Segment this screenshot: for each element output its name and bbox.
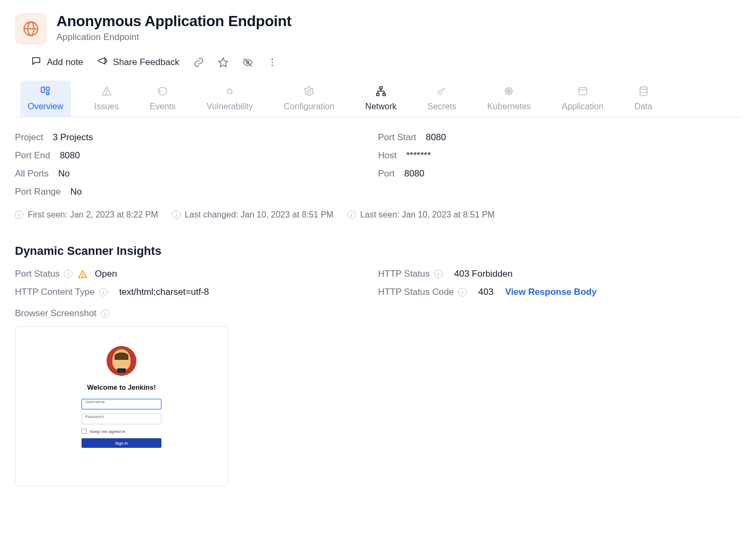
helm-icon (503, 86, 514, 99)
more-vertical-icon[interactable] (267, 57, 278, 68)
port-value: 8080 (404, 168, 425, 179)
note-icon (31, 55, 42, 69)
tab-network[interactable]: Network (358, 81, 404, 117)
tab-configuration-label: Configuration (283, 102, 334, 111)
port-end-value: 8080 (60, 150, 80, 161)
tab-bar: Overview Issues Events Vulnerability Con… (15, 81, 741, 117)
screenshot-username-input: Username (82, 399, 161, 409)
svg-rect-21 (379, 87, 382, 89)
bug-icon (224, 86, 235, 99)
port-start-value: 8080 (426, 132, 446, 143)
svg-rect-31 (579, 87, 587, 94)
star-icon[interactable] (218, 57, 229, 68)
screenshot-password-input: Password (82, 414, 161, 424)
svg-point-13 (106, 93, 107, 94)
info-icon[interactable]: i (434, 270, 443, 278)
link-icon[interactable] (193, 57, 204, 68)
screenshot-welcome-text: Welcome to Jenkins! (87, 383, 156, 391)
share-feedback-button[interactable]: Share Feedback (97, 55, 180, 69)
tab-overview-label: Overview (28, 102, 63, 111)
port-start-label: Port Start (378, 132, 417, 143)
svg-point-20 (308, 90, 311, 93)
http-content-type-value: text/html;charset=utf-8 (119, 287, 209, 297)
http-content-type-label: HTTP Content Type (15, 287, 95, 297)
tab-data-label: Data (635, 102, 653, 111)
svg-line-16 (226, 90, 228, 91)
details-right-column: Port Start8080 Host******* Port8080 (378, 132, 742, 205)
host-value: ******* (406, 150, 430, 161)
tab-issues-label: Issues (94, 102, 119, 111)
application-endpoint-icon (15, 13, 47, 45)
tab-application[interactable]: Application (554, 81, 611, 117)
page-title: Anonymous Application Endpoint (56, 13, 291, 30)
action-bar: Add note Share Feedback (15, 55, 741, 69)
details-left-column: Project3 Projects Port End8080 All Ports… (15, 132, 378, 205)
svg-line-17 (231, 90, 233, 91)
svg-point-11 (46, 92, 49, 95)
project-value: 3 Projects (53, 132, 93, 143)
screenshot-sign-in-button: Sign in (82, 438, 161, 448)
info-icon: i (15, 211, 23, 219)
port-status-value: Open (95, 269, 117, 279)
info-icon: i (172, 211, 181, 219)
eye-off-icon[interactable] (242, 57, 253, 68)
checkbox-icon (82, 429, 87, 434)
first-seen: iFirst seen: Jan 2, 2023 at 8:22 PM (15, 210, 158, 220)
svg-point-8 (271, 65, 273, 66)
tab-overview[interactable]: Overview (20, 81, 71, 117)
port-label: Port (378, 168, 395, 179)
warning-icon (78, 269, 87, 279)
page-subtitle: Application Endpoint (56, 32, 291, 43)
tab-issues[interactable]: Issues (87, 81, 126, 117)
port-end-label: Port End (15, 150, 50, 161)
svg-rect-10 (46, 87, 50, 91)
svg-rect-9 (42, 87, 45, 93)
tab-events-label: Events (150, 102, 176, 111)
tab-secrets[interactable]: Secrets (420, 81, 464, 117)
add-note-label: Add note (47, 57, 83, 68)
host-label: Host (378, 150, 397, 161)
insights-right-column: HTTP Statusi 403 Forbidden HTTP Status C… (378, 269, 742, 486)
project-label: Project (15, 132, 43, 143)
tab-secrets-label: Secrets (427, 102, 456, 111)
browser-screenshot-label: Browser Screenshot (15, 308, 96, 319)
timestamps-row: iFirst seen: Jan 2, 2023 at 8:22 PM iLas… (15, 210, 741, 220)
info-icon: i (347, 211, 356, 219)
port-range-value: No (70, 187, 82, 197)
screenshot-login-form: Username Password Keep me signed in Sign… (82, 399, 161, 448)
overview-icon (40, 86, 51, 99)
tab-vulnerability-label: Vulnerability (207, 102, 253, 111)
insights-left-column: Port Statusi Open HTTP Content Typei tex… (15, 269, 378, 486)
dynamic-scanner-insights-title: Dynamic Scanner Insights (15, 244, 741, 258)
tab-data[interactable]: Data (627, 81, 660, 117)
view-response-body-link[interactable]: View Response Body (505, 287, 597, 297)
details-grid: Project3 Projects Port End8080 All Ports… (15, 132, 741, 205)
svg-rect-23 (383, 93, 385, 95)
info-icon[interactable]: i (99, 288, 108, 296)
svg-rect-22 (377, 93, 379, 95)
http-status-value: 403 Forbidden (454, 269, 513, 279)
tab-vulnerability[interactable]: Vulnerability (199, 81, 261, 117)
history-icon (157, 86, 168, 99)
http-status-code-value: 403 (478, 287, 493, 297)
tab-configuration[interactable]: Configuration (276, 81, 342, 117)
database-icon (638, 86, 649, 99)
svg-marker-3 (218, 58, 227, 67)
http-status-code-label: HTTP Status Code (378, 287, 454, 297)
gear-icon (304, 86, 314, 99)
browser-screenshot[interactable]: Welcome to Jenkins! Username Password Ke… (15, 326, 228, 486)
svg-point-24 (438, 91, 442, 94)
svg-point-7 (271, 61, 273, 63)
warning-triangle-icon (101, 86, 112, 99)
insights-grid: Port Statusi Open HTTP Content Typei tex… (15, 269, 741, 486)
svg-point-35 (82, 276, 83, 277)
tab-events[interactable]: Events (142, 81, 183, 117)
info-icon[interactable]: i (458, 288, 467, 296)
tab-kubernetes-label: Kubernetes (487, 102, 531, 111)
port-status-label: Port Status (15, 269, 60, 279)
http-status-label: HTTP Status (378, 269, 430, 279)
add-note-button[interactable]: Add note (31, 55, 83, 69)
info-icon[interactable]: i (64, 270, 72, 278)
info-icon[interactable]: i (101, 309, 109, 318)
tab-kubernetes[interactable]: Kubernetes (480, 81, 539, 117)
